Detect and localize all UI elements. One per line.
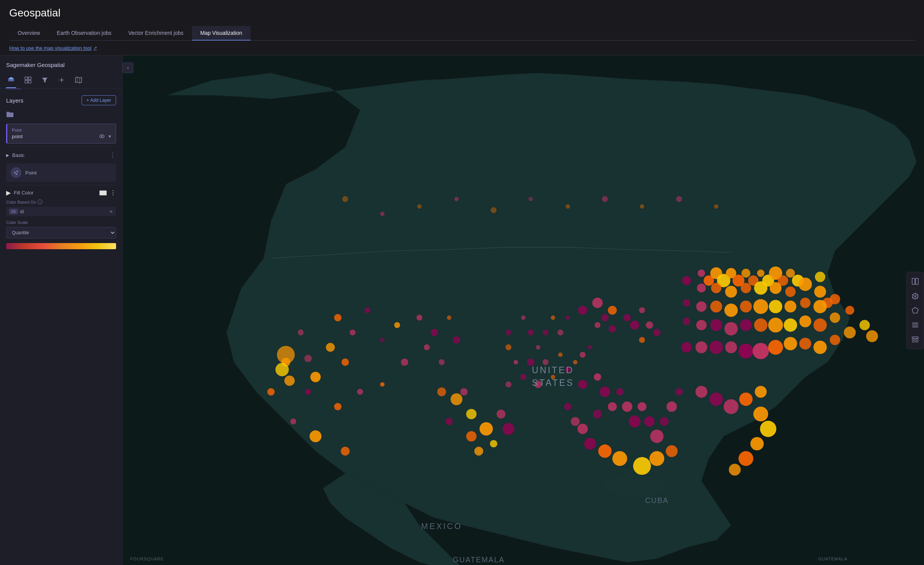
basic-section-row[interactable]: ▶ Basic ⋮ [6,147,116,162]
svg-point-174 [866,330,878,342]
table-view-btn[interactable] [909,333,921,346]
color-gradient [6,243,116,249]
svg-text:CUBA: CUBA [645,496,669,505]
svg-point-57 [521,315,526,320]
svg-point-181 [760,421,777,437]
svg-point-160 [845,306,854,315]
svg-point-85 [630,321,639,330]
chevron-down-icon[interactable]: ▾ [108,133,111,139]
map-tab-btn[interactable] [74,74,84,88]
polygon-tool-btn[interactable] [909,304,921,317]
svg-point-113 [698,269,705,277]
svg-point-78 [592,298,603,308]
fill-color-actions: ⋮ [99,189,116,196]
collapse-sidebar-btn[interactable]: ‹ [123,62,133,73]
filter-tab-btn[interactable] [40,74,50,88]
svg-point-182 [750,437,764,451]
3d-view-btn[interactable] [909,290,921,302]
tag-close-btn[interactable]: ✕ [109,209,113,214]
svg-point-164 [725,341,737,353]
svg-point-194 [676,196,682,202]
svg-point-16 [334,314,341,321]
svg-point-87 [639,337,645,343]
svg-point-67 [542,359,548,365]
svg-point-161 [682,342,692,353]
tab-earth-observation[interactable]: Earth Observation jobs [48,26,120,41]
app-title: Geospatial [9,7,915,19]
svg-point-79 [601,314,608,321]
svg-point-190 [529,197,533,201]
sparkle-tab-btn[interactable] [57,74,67,88]
svg-point-112 [682,276,691,285]
svg-point-147 [813,300,827,313]
svg-point-141 [724,304,738,317]
fill-more-icon[interactable]: ⋮ [110,189,116,196]
tab-vector-enrichment[interactable]: Vector Enrichment jobs [120,26,192,41]
svg-point-83 [624,314,631,321]
svg-point-162 [695,341,707,353]
map-svg: UNITED STATES MEXICO CUBA GUATEMALA [123,56,924,565]
sidebar-icon-bar [0,71,122,88]
color-scale-select[interactable]: Quantile Linear Custom [6,227,116,238]
svg-point-95 [629,416,641,428]
svg-point-166 [753,343,769,359]
svg-point-24 [380,338,385,342]
svg-marker-207 [912,307,918,313]
svg-point-13 [16,171,18,172]
svg-point-169 [799,338,811,349]
layers-section: Layers + Add Layer Point point [0,89,122,256]
layers-tab-btn[interactable] [6,74,16,88]
layers-title: Layers [6,97,23,104]
layer-actions: ▾ [99,133,111,139]
svg-point-88 [653,329,660,336]
layers-header: Layers + Add Layer [6,95,116,105]
svg-rect-211 [912,337,918,338]
table-tab-btn[interactable] [23,74,33,88]
tag-value: id [20,209,107,214]
tab-map-visualization[interactable]: Map Visualization [192,26,251,41]
color-swatch[interactable] [99,190,107,196]
svg-point-146 [800,298,811,308]
svg-point-54 [437,387,446,396]
add-layer-button[interactable]: + Add Layer [82,95,116,105]
tab-overview[interactable]: Overview [9,26,48,41]
point-sub-label: Point [25,170,37,176]
svg-point-35 [277,346,295,363]
svg-rect-1 [8,80,14,81]
svg-point-140 [710,300,722,312]
layer-item-point[interactable]: Point point ▾ [6,124,116,144]
svg-point-145 [785,300,796,312]
split-view-btn[interactable] [909,275,921,287]
svg-rect-208 [912,323,918,323]
svg-rect-209 [912,325,918,325]
svg-point-106 [612,451,627,466]
svg-point-165 [739,344,754,359]
svg-point-91 [600,387,610,397]
svg-point-119 [741,269,750,278]
svg-point-36 [275,363,289,376]
fill-color-toggle[interactable]: ▶ Fill Color [6,189,33,196]
point-sub-item[interactable]: Point [6,163,116,182]
svg-point-183 [739,451,754,466]
guatemala-label: GUATEMALA [818,557,847,561]
svg-point-61 [551,315,555,320]
svg-point-17 [350,330,356,335]
map-area[interactable]: UNITED STATES MEXICO CUBA GUATEMALA ‹ [123,56,924,565]
svg-rect-215 [916,341,918,342]
svg-point-158 [813,318,827,332]
info-link[interactable]: How to use the map visualization tool ↗ [9,45,97,51]
svg-point-44 [439,359,444,365]
svg-point-76 [588,345,593,350]
svg-point-155 [768,318,783,333]
fill-color-header: ▶ Fill Color ⋮ [6,185,116,199]
svg-point-127 [697,284,706,292]
svg-point-62 [557,330,563,335]
more-options-icon[interactable]: ⋮ [110,152,116,159]
svg-point-49 [503,423,514,435]
tag-type: int [9,209,18,214]
svg-point-33 [310,430,321,442]
svg-text:GUATEMALA: GUATEMALA [453,555,505,564]
svg-rect-202 [916,278,918,284]
eye-icon[interactable] [99,133,105,139]
list-view-btn[interactable] [909,319,921,331]
